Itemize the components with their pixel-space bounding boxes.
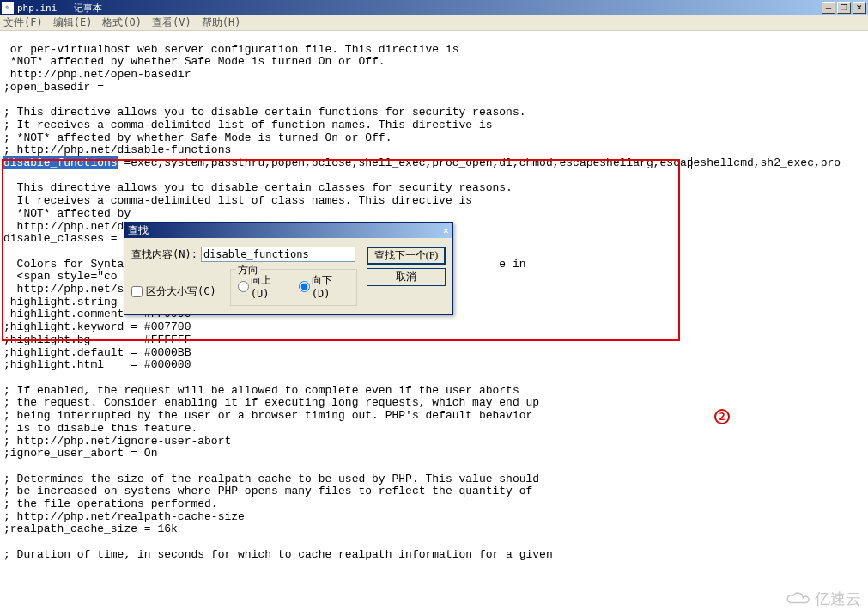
watermark-text: 亿速云	[815, 589, 861, 609]
menu-view[interactable]: 查看(V)	[152, 15, 191, 30]
find-input[interactable]	[201, 247, 355, 262]
find-dialog-title: 查找	[128, 223, 149, 238]
window-title: php.ini - 记事本	[17, 2, 102, 15]
text-line: ;highlight.bg = #FFFFFF	[3, 333, 191, 346]
annotation-badge-2: 2	[714, 409, 730, 424]
text-line: ; is to disable this feature.	[3, 422, 197, 435]
text-line: ; the request. Consider enabling it if e…	[3, 396, 539, 409]
text-line: ; This directive allows you to disable c…	[3, 106, 526, 119]
text-line: ;ignore_user_abort = On	[3, 447, 157, 460]
text-line: ; http://php.net/realpath-cache-size	[3, 510, 245, 523]
menu-file[interactable]: 文件(F)	[3, 15, 43, 30]
direction-up-radio[interactable]	[238, 281, 249, 292]
text-line: ; http://php.net/disable-functions	[3, 143, 231, 156]
text-line: Colors for Synta	[3, 258, 124, 271]
find-next-button[interactable]: 查找下一个(F)	[367, 247, 446, 265]
text-line: ;highlight.default = #0000BB	[3, 346, 191, 359]
text-line: ;highlight.html = #000000	[3, 358, 191, 371]
text-line: ; be increased on systems where PHP open…	[3, 485, 532, 497]
text-line: ; Duration of time, in seconds for which…	[3, 548, 553, 561]
maximize-button[interactable]: ❐	[837, 2, 851, 14]
text-line: e in	[499, 258, 525, 271]
text-editor-area[interactable]: or per-virtualhost web server configurat…	[0, 31, 868, 616]
find-label: 查找内容(N):	[131, 247, 197, 262]
cloud-icon	[786, 590, 811, 607]
selected-text: disable_functions	[3, 156, 118, 169]
minimize-button[interactable]: ─	[822, 2, 835, 14]
match-case-checkbox[interactable]	[131, 286, 143, 297]
text-line: ;highlight.keyword = #007700	[3, 320, 191, 333]
text-line: ; If enabled, the request will be allowe…	[3, 384, 519, 397]
text-line: or per-virtualhost web server configurat…	[3, 43, 459, 56]
match-case-label: 区分大小写(C)	[146, 284, 216, 299]
text-line: *NOT* affected by whether Safe Mode is t…	[3, 55, 385, 68]
text-caret	[691, 157, 692, 169]
text-line: ; the file operations performed.	[3, 497, 218, 510]
text-line: ; http://php.net/ignore-user-abort	[3, 435, 231, 448]
direction-down-label: 向下(D)	[312, 273, 349, 300]
find-dialog: 查找 ✕ 查找内容(N): 区分大小写(C) 方向 向上(U) 向下(D) 查找…	[124, 222, 453, 315]
direction-down-radio[interactable]	[299, 281, 310, 292]
cancel-button[interactable]: 取消	[367, 268, 446, 286]
direction-legend: 方向	[236, 263, 260, 278]
direction-group: 方向 向上(U) 向下(D)	[230, 269, 357, 306]
text-line: *NOT* affected by	[3, 207, 131, 220]
text-line: This directive allows you to disable cer…	[3, 181, 513, 194]
text-line: ;open_basedir =	[3, 81, 104, 94]
find-dialog-titlebar[interactable]: 查找 ✕	[124, 223, 452, 238]
menu-format[interactable]: 格式(O)	[102, 15, 142, 30]
watermark: 亿速云	[786, 589, 861, 609]
text-line: <span style="co	[3, 270, 118, 283]
text-line: ; Determines the size of the realpath ca…	[3, 473, 539, 485]
menu-edit[interactable]: 编辑(E)	[53, 15, 93, 30]
text-line: It receives a comma-delimited list of cl…	[3, 194, 472, 207]
close-button[interactable]: ✕	[853, 2, 866, 14]
text-line: ; being interrupted by the user or a bro…	[3, 409, 532, 422]
text-line: ; It receives a comma-delimited list of …	[3, 119, 493, 131]
text-line: ;realpath_cache_size = 16k	[3, 522, 178, 535]
window-titlebar: ✎ php.ini - 记事本 ─ ❐ ✕	[0, 0, 868, 15]
text-line: ; *NOT* affected by whether Safe Mode is…	[3, 131, 392, 144]
text-line: =exec,system,passthru,popen,pclose,shell…	[118, 156, 841, 169]
menubar: 文件(F) 编辑(E) 格式(O) 查看(V) 帮助(H)	[0, 15, 868, 31]
text-line: disable_classes =	[3, 232, 118, 245]
notepad-icon: ✎	[2, 2, 14, 14]
text-line: http://php.net/d	[3, 220, 124, 233]
text-line: http://php.net/open-basedir	[3, 68, 191, 81]
text-line: http://php.net/s	[3, 283, 124, 296]
text-line: highlight.string	[3, 296, 118, 308]
menu-help[interactable]: 帮助(H)	[202, 15, 241, 30]
find-close-button[interactable]: ✕	[443, 224, 449, 236]
